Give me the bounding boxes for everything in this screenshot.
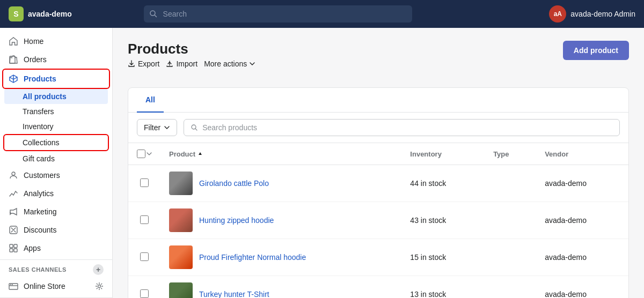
user-name: avada-demo Admin: [570, 10, 635, 18]
sort-asc-icon: [197, 151, 203, 157]
sidebar-item-products[interactable]: Products: [3, 70, 109, 88]
sidebar-label-marketing: Marketing: [24, 207, 56, 216]
add-sales-channel-button[interactable]: +: [93, 264, 104, 275]
user-menu[interactable]: aA avada-demo Admin: [549, 5, 635, 23]
search-bar[interactable]: [144, 5, 412, 23]
export-button[interactable]: Export: [128, 57, 159, 70]
filter-button[interactable]: Filter: [137, 119, 177, 136]
sidebar-subitem-transfers[interactable]: Transfers: [0, 104, 112, 119]
svg-point-10: [12, 284, 13, 285]
row-select-checkbox[interactable]: [140, 178, 149, 187]
row-select-checkbox[interactable]: [140, 252, 149, 261]
sales-channels-label: SALES CHANNELS: [9, 266, 67, 273]
orders-icon: [9, 55, 18, 64]
chevron-down-icon: [249, 61, 255, 67]
table-row: Hunting zipped hoodie 43 in stock avada-…: [128, 202, 628, 239]
svg-rect-6: [10, 249, 13, 252]
global-search-input[interactable]: [144, 5, 412, 23]
product-vendor: avada-demo: [536, 165, 628, 202]
row-select-checkbox[interactable]: [140, 289, 149, 298]
settings-cog-icon[interactable]: [95, 282, 104, 290]
sidebar-item-home[interactable]: Home: [0, 32, 112, 50]
home-icon: [9, 36, 18, 46]
sidebar: Home Orders Products All products Transf…: [0, 28, 113, 298]
marketing-icon: [9, 207, 18, 217]
sidebar-label-online-store: Online Store: [24, 282, 65, 290]
add-product-button[interactable]: Add product: [563, 41, 629, 60]
import-icon: [166, 60, 173, 68]
sidebar-item-discounts[interactable]: Discounts: [0, 221, 112, 239]
product-type: [485, 202, 536, 239]
page-title: Products: [128, 41, 255, 57]
app-layout: Home Orders Products All products Transf…: [0, 28, 644, 298]
product-name-link[interactable]: Turkey hunter T-Shirt: [199, 290, 269, 298]
sidebar-item-apps[interactable]: Apps: [0, 239, 112, 257]
product-name-link[interactable]: Proud Firefighter Normal hoodie: [199, 253, 306, 262]
row-checkbox-cell: [128, 202, 160, 239]
product-inventory: 15 in stock: [401, 239, 485, 276]
sidebar-item-customers[interactable]: Customers: [0, 166, 112, 184]
product-cell: Proud Firefighter Normal hoodie: [160, 239, 401, 276]
products-card: All Filter: [128, 87, 629, 298]
sidebar-subitem-all-products[interactable]: All products: [4, 89, 108, 104]
select-all-checkbox[interactable]: [137, 150, 145, 158]
product-type: [485, 276, 536, 299]
products-search-field[interactable]: [184, 119, 620, 136]
svg-rect-7: [14, 249, 17, 252]
sidebar-item-marketing[interactable]: Marketing: [0, 203, 112, 221]
row-select-checkbox[interactable]: [140, 215, 149, 224]
more-actions-button[interactable]: More actions: [204, 59, 255, 68]
products-table: Product Inventory Type Vendor: [128, 143, 628, 298]
search-icon: [149, 10, 158, 18]
product-thumbnail: [169, 208, 193, 232]
th-inventory: Inventory: [401, 143, 485, 165]
product-inventory: 13 in stock: [401, 276, 485, 299]
import-button[interactable]: Import: [166, 57, 197, 70]
tab-all[interactable]: All: [137, 88, 164, 113]
sidebar-label-apps: Apps: [24, 244, 41, 252]
filter-row: Filter: [128, 113, 628, 143]
product-vendor: avada-demo: [536, 239, 628, 276]
product-inventory: 44 in stock: [401, 165, 485, 202]
apps-icon: [9, 243, 18, 253]
sidebar-item-online-store[interactable]: Online Store: [0, 277, 112, 295]
store-name: avada-demo: [28, 10, 72, 18]
products-icon: [9, 74, 18, 84]
search-products-icon: [191, 124, 198, 131]
sidebar-label-analytics: Analytics: [24, 189, 54, 198]
select-all-cell: [128, 143, 160, 165]
product-thumbnail: [169, 282, 193, 298]
export-icon: [128, 60, 135, 68]
online-store-icon: [9, 281, 18, 291]
table-row: Turkey hunter T-Shirt 13 in stock avada-…: [128, 276, 628, 299]
product-cell: Hunting zipped hoodie: [160, 202, 401, 239]
product-cell: Girolando cattle Polo: [160, 165, 401, 202]
product-vendor: avada-demo: [536, 202, 628, 239]
th-product[interactable]: Product: [160, 143, 401, 165]
sidebar-label-discounts: Discounts: [24, 226, 56, 234]
sidebar-label-orders: Orders: [24, 55, 47, 64]
sidebar-item-orders[interactable]: Orders: [0, 50, 112, 69]
svg-rect-4: [10, 244, 13, 248]
main-content: Products Export Import: [113, 28, 644, 298]
product-name-link[interactable]: Hunting zipped hoodie: [199, 216, 274, 225]
row-checkbox-cell: [128, 239, 160, 276]
store-logo[interactable]: S avada-demo: [9, 6, 72, 21]
user-avatar: aA: [549, 5, 566, 23]
product-type: [485, 165, 536, 202]
product-name-link[interactable]: Girolando cattle Polo: [199, 179, 269, 188]
product-type: [485, 239, 536, 276]
sidebar-subitem-collections[interactable]: Collections: [4, 135, 108, 150]
row-checkbox-cell: [128, 276, 160, 299]
svg-point-11: [98, 285, 101, 288]
products-search-input[interactable]: [202, 123, 613, 132]
select-all-chevron-icon[interactable]: [147, 151, 152, 157]
sidebar-label-customers: Customers: [24, 171, 60, 180]
product-thumbnail: [169, 245, 193, 269]
sidebar-subitem-inventory[interactable]: Inventory: [0, 119, 112, 134]
sort-product[interactable]: Product: [169, 150, 203, 158]
sidebar-item-analytics[interactable]: Analytics: [0, 184, 112, 203]
sidebar-label-products: Products: [24, 74, 56, 83]
table-header-row: Product Inventory Type Vendor: [128, 143, 628, 165]
sidebar-subitem-gift-cards[interactable]: Gift cards: [0, 151, 112, 166]
